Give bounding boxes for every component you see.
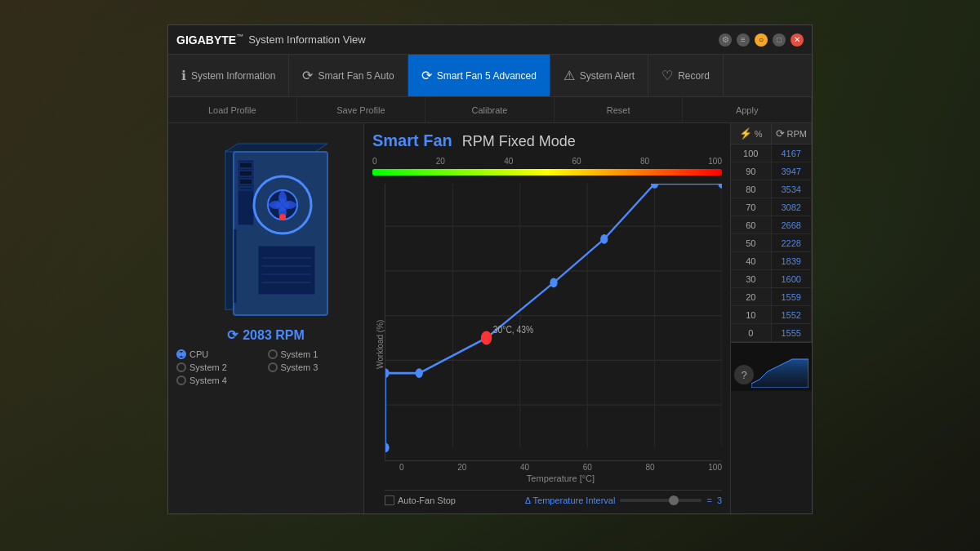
- temp-interval-label: Δ Temperature Interval: [525, 495, 616, 505]
- table-row[interactable]: 0 1555: [731, 324, 812, 342]
- rpm-cell-pct: 10: [731, 306, 772, 323]
- chart-inner[interactable]: 0 20 40 60 80 100: [385, 184, 722, 461]
- rpm-table-header: ⚡ % ⟳ RPM: [731, 123, 812, 144]
- svg-point-37: [481, 331, 491, 344]
- temp-interval-control: Δ Temperature Interval = 3: [525, 495, 722, 505]
- rpm-cell-value: 4167: [772, 144, 813, 162]
- tab-record[interactable]: ♡ Record: [648, 55, 724, 96]
- tab-smart-fan-advanced-label: Smart Fan 5 Advanced: [437, 70, 537, 82]
- rpm-cell-value: 1600: [772, 270, 813, 287]
- rpm-label: RPM: [787, 129, 807, 139]
- fan-label-system2: System 2: [189, 362, 227, 372]
- table-row[interactable]: 10 1552: [731, 306, 812, 324]
- fan-rpm-icon: ⟳: [227, 327, 238, 343]
- rpm-cell-value: 2228: [772, 234, 813, 251]
- table-row[interactable]: 60 2668: [731, 216, 812, 234]
- rpm-cell-value: 1839: [772, 252, 813, 269]
- radio-cpu[interactable]: [176, 349, 186, 359]
- table-row[interactable]: 20 1559: [731, 288, 812, 306]
- svg-rect-3: [238, 160, 254, 225]
- pc-case-visual: [201, 140, 332, 319]
- table-row[interactable]: 70 3082: [731, 198, 812, 216]
- fan-selector-system1[interactable]: System 1: [268, 349, 356, 359]
- svg-rect-12: [258, 246, 315, 295]
- pc-svg: [201, 140, 348, 327]
- table-row[interactable]: 30 1600: [731, 270, 812, 288]
- chart-svg: 0 20 40 60 80 100: [385, 184, 722, 460]
- info-icon: ℹ: [181, 68, 186, 83]
- table-row[interactable]: 40 1839: [731, 252, 812, 270]
- fan-label-system3: System 3: [281, 362, 318, 372]
- list-button[interactable]: ≡: [737, 33, 750, 47]
- svg-marker-43: [751, 359, 808, 388]
- fan-label-cpu: CPU: [189, 349, 208, 359]
- tab-record-label: Record: [678, 70, 710, 82]
- auto-fan-stop-row: Auto-Fan Stop: [385, 495, 456, 505]
- chart-title-mode: RPM Fixed Mode: [462, 133, 576, 150]
- help-button[interactable]: ?: [734, 365, 754, 384]
- sub-toolbar: Load Profile Save Profile Calibrate Rese…: [168, 97, 812, 123]
- rpm-cell-value: 1552: [772, 306, 813, 323]
- radio-system1[interactable]: [268, 349, 278, 359]
- alert-icon: ⚠: [564, 68, 575, 83]
- table-row[interactable]: 100 4167: [731, 144, 812, 162]
- slider-thumb[interactable]: [669, 495, 679, 505]
- fan-selectors: CPU System 1 System 2 System 3 System 4: [176, 349, 355, 385]
- close-button[interactable]: ✕: [791, 33, 804, 47]
- temp-interval-value: 3: [717, 495, 722, 505]
- table-row[interactable]: 50 2228: [731, 234, 812, 252]
- fan-selector-cpu[interactable]: CPU: [176, 349, 265, 359]
- svg-point-11: [279, 214, 286, 220]
- app-window: GIGABYTE™ System Information View ⚙ ≡ ○ …: [167, 24, 813, 514]
- gear-button[interactable]: ⚙: [719, 33, 732, 47]
- table-row[interactable]: 80 3534: [731, 180, 812, 198]
- auto-fan-stop-label: Auto-Fan Stop: [398, 495, 456, 505]
- chart-area: Workload (%): [372, 184, 722, 505]
- rpm-preview: ?: [731, 342, 812, 391]
- pct-label: %: [755, 129, 763, 139]
- rpm-cell-value: 3534: [772, 180, 813, 198]
- maximize-button[interactable]: □: [773, 33, 786, 47]
- temp-interval-slider[interactable]: [620, 499, 702, 502]
- tab-system-info-label: System Information: [191, 70, 275, 82]
- chart-panel: Smart Fan RPM Fixed Mode 0 20 40 60 80 1…: [364, 123, 730, 513]
- rpm-cell-value: 2668: [772, 216, 813, 233]
- chart-controls: Auto-Fan Stop Δ Temperature Interval = 3: [385, 490, 722, 505]
- table-row[interactable]: 90 3947: [731, 162, 812, 180]
- rpm-rows: 100 4167 90 3947 80 3534 70 3082 60 2668…: [731, 144, 812, 342]
- fan-selector-system4[interactable]: System 4: [176, 375, 265, 385]
- tab-system-info[interactable]: ℹ System Information: [168, 55, 289, 96]
- reset-button[interactable]: Reset: [555, 97, 684, 122]
- svg-rect-6: [239, 179, 252, 184]
- radio-system4[interactable]: [176, 375, 186, 385]
- left-panel: ⟳ 2083 RPM CPU System 1 System 2: [168, 123, 364, 513]
- rpm-cell-pct: 90: [731, 162, 772, 180]
- rpm-cell-value: 1559: [772, 288, 813, 305]
- tab-system-alert-label: System Alert: [580, 70, 635, 82]
- minimize-button[interactable]: ○: [755, 33, 768, 47]
- calibrate-button[interactable]: Calibrate: [425, 97, 555, 122]
- tab-smart-fan-auto[interactable]: ⟳ Smart Fan 5 Auto: [289, 55, 408, 96]
- radio-system3[interactable]: [268, 362, 278, 372]
- color-bar-labels: 0 20 40 60 80 100: [372, 157, 722, 166]
- x-axis-labels: 0 20 40 60 80 100: [399, 463, 722, 472]
- fan-selector-system3[interactable]: System 3: [268, 362, 356, 372]
- rpm-cell-pct: 40: [731, 252, 772, 269]
- svg-rect-7: [239, 187, 252, 190]
- svg-rect-5: [239, 171, 252, 176]
- radio-system2[interactable]: [176, 362, 186, 372]
- rpm-table: ⚡ % ⟳ RPM 100 4167 90 3947 80 3534 70 30…: [730, 123, 812, 513]
- apply-button[interactable]: Apply: [683, 97, 812, 122]
- tab-system-alert[interactable]: ⚠ System Alert: [550, 55, 648, 96]
- rpm-cell-pct: 50: [731, 234, 772, 251]
- svg-marker-1: [225, 144, 327, 152]
- auto-fan-stop-checkbox[interactable]: [385, 495, 394, 505]
- title-bar: GIGABYTE™ System Information View ⚙ ≡ ○ …: [168, 25, 812, 55]
- lightning-icon: ⚡: [739, 127, 752, 140]
- tab-smart-fan-advanced[interactable]: ⟳ Smart Fan 5 Advanced: [408, 55, 550, 96]
- load-profile-button[interactable]: Load Profile: [168, 97, 297, 122]
- fan-selector-system2[interactable]: System 2: [176, 362, 265, 372]
- save-profile-button[interactable]: Save Profile: [297, 97, 426, 122]
- temperature-color-bar: [372, 169, 722, 176]
- rpm-header-rpm: ⟳ RPM: [772, 123, 813, 144]
